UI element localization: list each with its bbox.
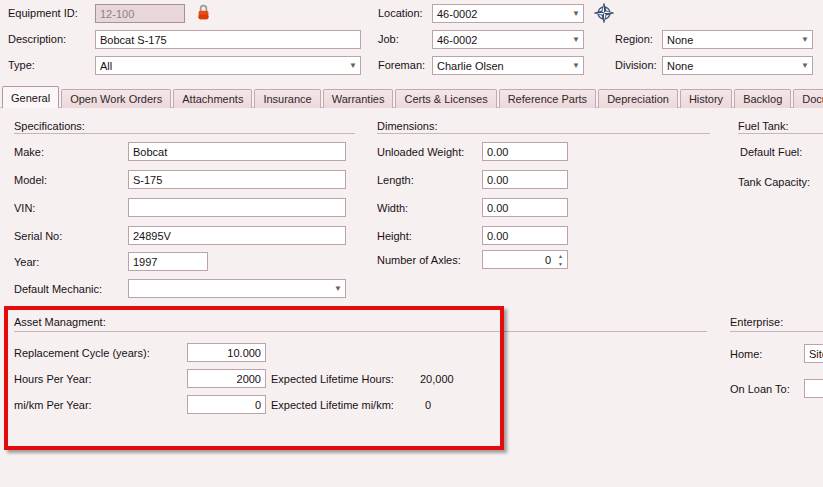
tab-history[interactable]: History (680, 89, 732, 108)
specifications-divider (14, 133, 355, 134)
fuel-tank-section-title: Fuel Tank: (738, 120, 789, 132)
division-select-value: None (667, 60, 693, 72)
tab-general[interactable]: General (2, 86, 59, 108)
home-label: Home: (730, 348, 762, 360)
chevron-down-icon: ▼ (572, 35, 580, 43)
make-label: Make: (14, 146, 44, 158)
type-select-value: All (100, 60, 112, 72)
length-field[interactable] (482, 170, 568, 189)
tab-warranties[interactable]: Warranties (323, 89, 394, 108)
equipment-id-field (95, 4, 185, 23)
dimensions-section-title: Dimensions: (377, 120, 438, 132)
job-label: Job: (378, 33, 399, 45)
default-mechanic-select[interactable]: ▼ (128, 279, 346, 298)
job-select[interactable]: 46-0002 ▼ (432, 30, 584, 49)
unloaded-weight-label: Unloaded Weight: (377, 146, 464, 158)
home-field[interactable] (804, 344, 823, 363)
expected-lifetime-mikm-value: 0 (425, 399, 431, 411)
expected-lifetime-hours-value: 20,000 (420, 373, 454, 385)
expected-lifetime-mikm-label: Expected Lifetime mi/km: (271, 399, 394, 411)
division-select[interactable]: None ▼ (662, 56, 813, 75)
tab-attachments[interactable]: Attachments (173, 89, 252, 108)
tab-backlog[interactable]: Backlog (734, 89, 791, 108)
replacement-cycle-field[interactable] (187, 343, 266, 362)
foreman-select[interactable]: Charlie Olsen ▼ (432, 56, 584, 75)
number-of-axles-stepper[interactable]: 0 ▲ ▼ (482, 250, 568, 269)
region-select[interactable]: None ▼ (662, 30, 813, 49)
unloaded-weight-field[interactable] (482, 142, 568, 161)
hours-per-year-label: Hours Per Year: (14, 373, 92, 385)
model-label: Model: (14, 174, 47, 186)
number-of-axles-value: 0 (483, 254, 554, 266)
type-select[interactable]: All ▼ (95, 56, 361, 75)
fuel-tank-divider (738, 133, 823, 134)
tab-certs-licenses[interactable]: Certs & Licenses (395, 89, 496, 108)
asset-management-section-title: Asset Managment: (14, 316, 106, 328)
make-field[interactable] (128, 142, 346, 161)
width-label: Width: (377, 202, 408, 214)
description-field[interactable] (95, 30, 361, 49)
division-label: Division: (615, 59, 657, 71)
chevron-down-icon: ▼ (349, 61, 357, 69)
tank-capacity-label: Tank Capacity: (738, 176, 810, 188)
spin-down-icon[interactable]: ▼ (554, 260, 567, 268)
job-select-value: 46-0002 (437, 34, 477, 46)
tab-reference-parts[interactable]: Reference Parts (499, 89, 596, 108)
location-select[interactable]: 46-0002 ▼ (432, 4, 584, 23)
foreman-select-value: Charlie Olsen (437, 60, 504, 72)
chevron-down-icon: ▼ (572, 9, 580, 17)
enterprise-section-title: Enterprise: (730, 316, 783, 328)
enterprise-divider (730, 331, 823, 332)
default-mechanic-label: Default Mechanic: (14, 283, 102, 295)
number-of-axles-label: Number of Axles: (377, 254, 461, 266)
model-field[interactable] (128, 170, 346, 189)
mi-km-per-year-field[interactable] (187, 395, 266, 414)
dimensions-divider (377, 133, 710, 134)
tab-depreciation[interactable]: Depreciation (598, 89, 678, 108)
serial-no-field[interactable] (128, 226, 346, 245)
region-label: Region: (615, 33, 653, 45)
spin-up-icon[interactable]: ▲ (554, 252, 567, 260)
replacement-cycle-label: Replacement Cycle (years): (14, 347, 150, 359)
hours-per-year-field[interactable] (187, 369, 266, 388)
description-label: Description: (8, 33, 66, 45)
chevron-down-icon: ▼ (334, 284, 342, 292)
tab-bar: General Open Work Orders Attachments Ins… (0, 86, 823, 108)
location-select-value: 46-0002 (437, 8, 477, 20)
chevron-down-icon: ▼ (801, 61, 809, 69)
vin-field[interactable] (128, 198, 346, 217)
type-label: Type: (8, 59, 35, 71)
foreman-label: Foreman: (378, 59, 425, 71)
asset-management-divider (14, 331, 707, 332)
on-loan-to-field[interactable] (804, 379, 823, 398)
tab-insurance[interactable]: Insurance (254, 89, 320, 108)
chevron-down-icon: ▼ (572, 61, 580, 69)
serial-no-label: Serial No: (14, 230, 62, 242)
vin-label: VIN: (14, 202, 35, 214)
year-label: Year: (14, 256, 39, 268)
on-loan-to-label: On Loan To: (730, 383, 790, 395)
specifications-section-title: Specifications: (14, 120, 85, 132)
mi-km-per-year-label: mi/km Per Year: (14, 399, 92, 411)
chevron-down-icon: ▼ (801, 35, 809, 43)
expected-lifetime-hours-label: Expected Lifetime Hours: (271, 373, 394, 385)
height-label: Height: (377, 230, 412, 242)
compass-locate-icon[interactable] (594, 3, 614, 25)
length-label: Length: (377, 174, 414, 186)
equipment-id-label: Equipment ID: (8, 7, 78, 19)
lock-icon[interactable] (197, 4, 210, 22)
tab-open-work-orders[interactable]: Open Work Orders (61, 89, 171, 108)
width-field[interactable] (482, 198, 568, 217)
region-select-value: None (667, 34, 693, 46)
stepper-buttons: ▲ ▼ (554, 251, 567, 268)
location-label: Location: (378, 7, 423, 19)
default-fuel-label: Default Fuel: (740, 146, 802, 158)
tab-documents[interactable]: Documents (793, 89, 823, 108)
year-field[interactable] (128, 252, 208, 271)
height-field[interactable] (482, 226, 568, 245)
